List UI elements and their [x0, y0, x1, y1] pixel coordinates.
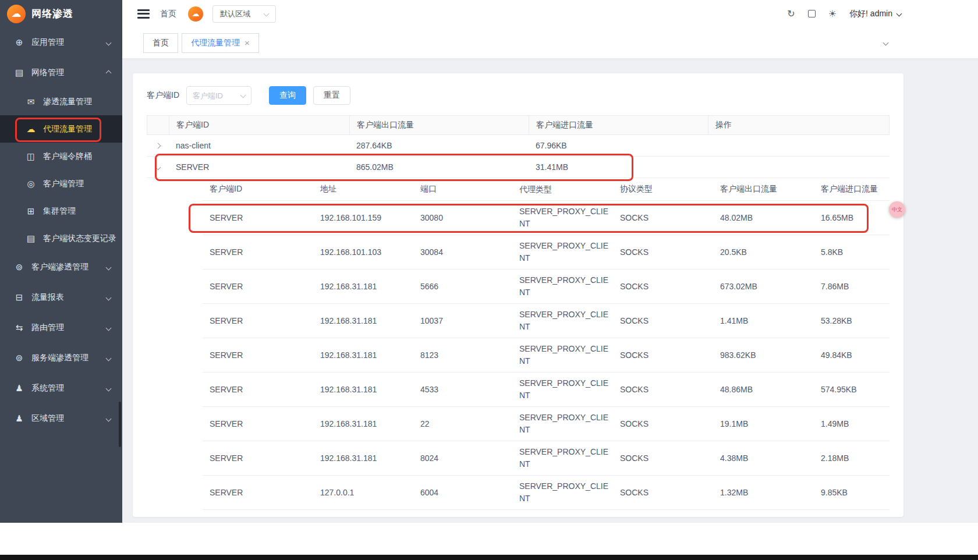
nested-table-row[interactable]: SERVER 192.168.31.181 4533 SERVER_PROXY_…	[203, 373, 890, 407]
filter-row: 客户端ID 查询 重置	[147, 86, 890, 105]
chevron-down-icon	[106, 416, 112, 421]
sidebar-item-client-penetration[interactable]: ⊚ 客户端渗透管理	[0, 252, 122, 282]
floating-badge[interactable]: 中文	[889, 201, 905, 218]
reset-button[interactable]: 重置	[313, 86, 350, 105]
sidebar-item-route-management[interactable]: ⇆ 路由管理	[0, 313, 122, 343]
collapse-row-icon[interactable]	[155, 164, 161, 170]
chevron-down-icon	[897, 11, 902, 17]
sidebar-item-traffic-report[interactable]: ⊟ 流量报表	[0, 282, 122, 313]
bottom-bar	[0, 555, 978, 560]
proxy-traffic-icon: ☁	[26, 124, 36, 134]
app-title: 网络渗透	[31, 7, 73, 20]
chevron-down-icon	[106, 385, 112, 391]
nested-table-row[interactable]: SERVER 192.168.31.181 8123 SERVER_PROXY_…	[203, 338, 890, 373]
nested-table-body: SERVER 192.168.101.159 30080 SERVER_PROX…	[203, 201, 890, 510]
nested-table-row[interactable]: SERVER 192.168.31.181 5666 SERVER_PROXY_…	[203, 270, 890, 304]
chevron-down-icon	[106, 355, 112, 361]
tab-home[interactable]: 首页	[143, 33, 178, 53]
user-greeting: 你好! admin	[849, 9, 892, 19]
traffic-table: 客户端ID 客户端出口流量 客户端进口流量 操作 nas-client 287.…	[147, 115, 890, 510]
collapse-sidebar-icon[interactable]	[137, 9, 150, 19]
app-management-icon: ⊕	[14, 37, 24, 48]
client-penetration-icon: ⊚	[14, 262, 24, 272]
server-penetration-icon: ⊚	[14, 353, 24, 363]
sidebar: ☁ 网络渗透 ⊕ 应用管理 ▤ 网络管理 ✉ 渗透流量管理	[0, 0, 122, 523]
nested-table-row[interactable]: SERVER 192.168.101.103 30084 SERVER_PROX…	[203, 235, 890, 270]
chevron-down-icon	[106, 295, 112, 300]
tabs-dropdown-icon[interactable]	[883, 40, 889, 46]
sidebar-item-proxy-traffic[interactable]: ☁ 代理流量管理	[0, 115, 122, 143]
region-select[interactable]: 默认区域	[212, 5, 276, 23]
breadcrumb[interactable]: 首页	[160, 9, 176, 19]
sidebar-item-system-management[interactable]: ♟ 系统管理	[0, 373, 122, 403]
logo: ☁ 网络渗透	[0, 0, 122, 27]
table-row-server[interactable]: SERVER 865.02MB 31.41MB	[147, 157, 890, 178]
table-row-nas-client[interactable]: nas-client 287.64KB 67.96KB	[147, 135, 890, 157]
breadcrumb-cloud-icon: ☁	[188, 6, 203, 22]
expand-column-header	[147, 116, 169, 134]
close-tab-icon[interactable]: ×	[245, 38, 250, 47]
sidebar-item-client-management[interactable]: ◎ 客户端管理	[0, 170, 122, 197]
chevron-down-icon	[106, 40, 112, 45]
cluster-management-icon: ⊞	[26, 206, 36, 217]
topbar: 首页 ☁ 默认区域 ↻ ☀ 你好! admin	[122, 0, 978, 27]
proxy-traffic-card: 客户端ID 查询 重置 客户端ID 客户端出口流量 客	[133, 73, 903, 517]
chevron-down-icon	[106, 264, 112, 270]
client-id-combo	[186, 86, 251, 105]
page: ☁ 网络渗透 ⊕ 应用管理 ▤ 网络管理 ✉ 渗透流量管理	[0, 0, 978, 560]
user-menu[interactable]: 你好! admin	[849, 9, 901, 19]
nested-table-row[interactable]: SERVER 192.168.31.181 10037 SERVER_PROXY…	[203, 304, 890, 338]
nested-proxy-table: 客户端ID 地址 端口 代理类型 协议类型 客户端出口流量 客户端进口流量	[203, 178, 890, 510]
sidebar-scrollbar[interactable]	[119, 402, 121, 447]
refresh-icon[interactable]: ↻	[787, 9, 795, 19]
sidebar-item-client-status-record[interactable]: ▤ 客户端状态变更记录	[0, 225, 122, 252]
client-id-label: 客户端ID	[147, 90, 179, 101]
sidebar-item-server-penetration[interactable]: ⊚ 服务端渗透管理	[0, 343, 122, 373]
traffic-report-icon: ⊟	[14, 292, 24, 303]
network-management-icon: ▤	[14, 68, 24, 78]
status-record-icon: ▤	[26, 233, 36, 244]
sidebar-item-token-bucket[interactable]: ◫ 客户端令牌桶	[0, 143, 122, 170]
sidebar-item-region-management[interactable]: ♟ 区域管理	[0, 403, 122, 434]
penetration-traffic-icon: ✉	[26, 97, 36, 107]
theme-icon[interactable]: ☀	[828, 9, 837, 19]
table-header: 客户端ID 客户端出口流量 客户端进口流量 操作	[147, 115, 890, 135]
tab-proxy-traffic[interactable]: 代理流量管理 ×	[182, 33, 259, 53]
nested-table-row[interactable]: SERVER 127.0.0.1 6004 SERVER_PROXY_CLIEN…	[203, 476, 890, 510]
sidebar-item-app-management[interactable]: ⊕ 应用管理	[0, 27, 122, 58]
nested-table-row[interactable]: SERVER 192.168.31.181 8024 SERVER_PROXY_…	[203, 441, 890, 476]
expand-row-icon[interactable]	[155, 143, 161, 148]
chevron-down-icon	[106, 325, 112, 331]
region-management-icon: ♟	[14, 413, 24, 424]
client-management-icon: ◎	[26, 179, 36, 189]
token-bucket-icon: ◫	[26, 151, 36, 162]
sidebar-item-cluster-management[interactable]: ⊞ 集群管理	[0, 197, 122, 225]
logo-cloud-icon: ☁	[7, 5, 26, 23]
nested-table-row[interactable]: SERVER 192.168.31.181 22 SERVER_PROXY_CL…	[203, 407, 890, 441]
chevron-up-icon	[106, 70, 112, 76]
route-management-icon: ⇆	[14, 322, 24, 333]
nested-table-header: 客户端ID 地址 端口 代理类型 协议类型 客户端出口流量 客户端进口流量	[203, 178, 890, 201]
fullscreen-icon[interactable]	[808, 10, 816, 17]
sidebar-item-network-management[interactable]: ▤ 网络管理	[0, 58, 122, 88]
search-button[interactable]: 查询	[269, 86, 306, 105]
system-management-icon: ♟	[14, 383, 24, 394]
sidebar-item-penetration-traffic[interactable]: ✉ 渗透流量管理	[0, 88, 122, 115]
nested-table-row[interactable]: SERVER 192.168.101.159 30080 SERVER_PROX…	[203, 201, 890, 235]
tabs-bar: 首页 代理流量管理 ×	[122, 27, 978, 59]
sidebar-menu: ⊕ 应用管理 ▤ 网络管理 ✉ 渗透流量管理 ☁ 代理流量管理	[0, 27, 122, 434]
content-area: 客户端ID 查询 重置 客户端ID 客户端出口流量 客	[122, 59, 978, 523]
chevron-down-icon	[264, 11, 270, 17]
